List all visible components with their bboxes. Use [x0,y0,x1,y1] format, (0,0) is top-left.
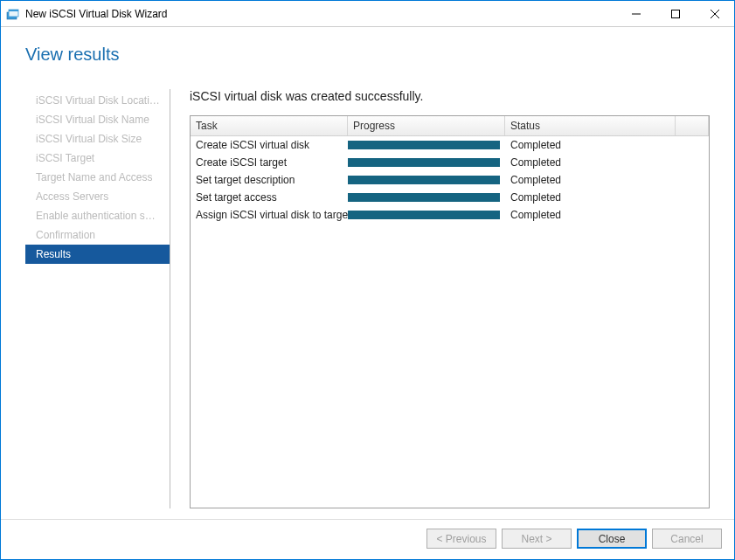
maximize-button[interactable] [655,1,695,26]
cancel-button: Cancel [652,529,722,549]
content: View results iSCSI Virtual Disk Location… [1,27,734,559]
task-row: Create iSCSI virtual disk Completed [191,136,709,154]
task-cell: Create iSCSI target [191,156,348,169]
task-table-header: Task Progress Status [191,116,709,136]
task-row: Set target access Completed [191,189,709,206]
task-table: Task Progress Status Create iSCSI virtua… [190,115,710,508]
sidebar-item-location: iSCSI Virtual Disk Location [25,91,170,110]
sidebar-item-target-name: Target Name and Access [25,168,170,187]
page-header: View results [1,27,734,73]
page-title: View results [25,45,710,65]
window-controls [616,1,734,26]
minimize-button[interactable] [616,1,655,26]
progress-cell [348,140,505,150]
progress-bar [348,158,500,167]
sidebar-item-name: iSCSI Virtual Disk Name [25,110,170,129]
progress-cell [348,210,505,220]
progress-bar [348,176,500,184]
status-cell: Completed [505,138,709,152]
col-task[interactable]: Task [191,116,348,135]
sidebar-item-results: Results [25,245,170,264]
progress-cell [348,175,505,185]
results-heading: iSCSI virtual disk was created successfu… [190,89,710,103]
sidebar-item-size: iSCSI Virtual Disk Size [25,129,170,149]
task-cell: Create iSCSI virtual disk [191,138,348,152]
task-cell: Set target access [191,190,348,204]
sidebar-item-confirm: Confirmation [25,225,170,245]
status-cell: Completed [505,173,709,187]
task-cell: Assign iSCSI virtual disk to target [191,208,348,222]
detail-pane: iSCSI virtual disk was created successfu… [170,89,710,508]
progress-cell [348,157,505,168]
next-button: Next > [502,529,572,549]
task-row: Create iSCSI target Completed [191,154,709,171]
app-icon [6,7,20,21]
task-cell: Set target description [191,173,348,187]
close-button[interactable] [695,1,734,26]
close-button-footer[interactable]: Close [577,529,647,549]
progress-cell [348,192,505,203]
status-cell: Completed [505,190,709,204]
progress-bar [348,141,500,149]
col-empty [676,116,709,135]
previous-button: < Previous [426,529,496,549]
col-progress[interactable]: Progress [348,116,505,135]
task-row: Set target description Completed [191,171,709,189]
progress-bar [348,193,500,202]
wizard-sidebar: iSCSI Virtual Disk Location iSCSI Virtua… [25,89,170,508]
footer: < Previous Next > Close Cancel [1,519,734,559]
progress-bar [348,211,500,219]
sidebar-item-target: iSCSI Target [25,149,170,168]
task-row: Assign iSCSI virtual disk to target Comp… [191,206,709,224]
main-area: iSCSI Virtual Disk Location iSCSI Virtua… [1,73,734,519]
svg-rect-2 [9,10,18,11]
sidebar-item-access: Access Servers [25,187,170,206]
col-status[interactable]: Status [505,116,676,135]
svg-rect-4 [671,10,679,17]
task-rows: Create iSCSI virtual disk Completed Crea… [191,136,709,508]
window-title: New iSCSI Virtual Disk Wizard [25,8,616,20]
sidebar-item-auth: Enable authentication ser... [25,206,170,225]
status-cell: Completed [505,156,709,169]
status-cell: Completed [505,208,709,222]
titlebar: New iSCSI Virtual Disk Wizard [1,1,734,27]
